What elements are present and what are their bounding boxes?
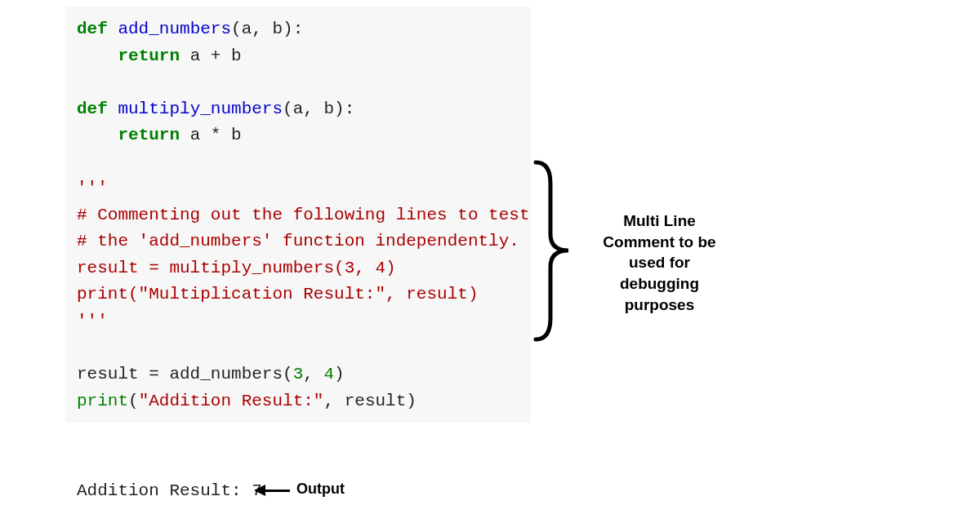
annotation-label: Multi Line Comment to be used for debugg… xyxy=(588,210,731,315)
code-block: def add_numbers(a, b): return a + b def … xyxy=(65,7,531,423)
arrow-left-icon xyxy=(256,490,290,491)
output-text: Addition Result: 7 xyxy=(77,481,262,500)
output-label: Output xyxy=(296,481,345,498)
curly-brace-icon xyxy=(532,159,572,343)
